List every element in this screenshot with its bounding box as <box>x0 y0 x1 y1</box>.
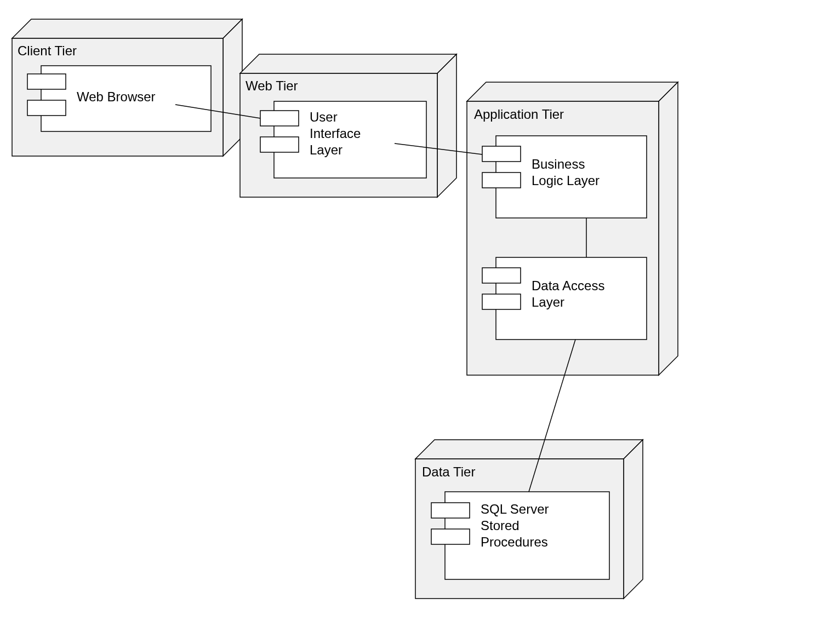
node-side-face <box>659 82 678 375</box>
deployment-diagram: Client Tier Web Browser Web Tier User In… <box>0 0 822 644</box>
component-tab-upper <box>482 146 521 162</box>
node-application-tier: Application Tier Business Logic Layer Da… <box>467 82 678 375</box>
node-title: Application Tier <box>474 107 564 122</box>
node-title: Web Tier <box>246 78 298 93</box>
component-data-access-layer: Data Access Layer <box>482 257 647 340</box>
node-top-face <box>467 82 678 101</box>
node-top-face <box>240 54 456 73</box>
node-side-face <box>437 54 456 197</box>
component-tab-lower <box>260 137 299 152</box>
component-tab-upper <box>27 74 66 89</box>
node-web-tier: Web Tier User Interface Layer <box>240 54 456 197</box>
node-side-face <box>624 440 643 599</box>
component-tab-lower <box>482 294 521 309</box>
component-tab-upper <box>260 111 299 126</box>
component-tab-upper <box>482 268 521 283</box>
node-top-face <box>415 440 643 459</box>
node-title: Client Tier <box>18 43 77 58</box>
component-ui-layer: User Interface Layer <box>260 101 426 178</box>
component-label: Web Browser <box>77 89 156 104</box>
component-tab-lower <box>482 173 521 188</box>
node-title: Data Tier <box>422 464 475 479</box>
node-data-tier: Data Tier SQL Server Stored Procedures <box>415 440 643 599</box>
node-side-face <box>223 19 242 156</box>
node-top-face <box>12 19 242 38</box>
component-tab-lower <box>431 529 470 544</box>
component-web-browser: Web Browser <box>27 66 211 131</box>
component-tab-upper <box>431 503 470 518</box>
component-sql-stored-procedures: SQL Server Stored Procedures <box>431 492 609 579</box>
component-tab-lower <box>27 100 66 116</box>
component-business-logic-layer: Business Logic Layer <box>482 136 647 218</box>
node-client-tier: Client Tier Web Browser <box>12 19 242 156</box>
